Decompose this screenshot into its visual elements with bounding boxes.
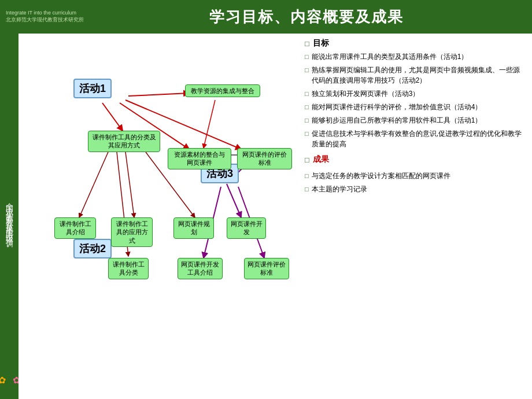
main-layout: 全国中小学教师教育技术能力中级培训 ✿ ✿ <box>0 34 532 399</box>
svg-line-10 <box>227 184 241 217</box>
logo: Integrate IT into the curriculum 北京师范大学现… <box>6 10 87 23</box>
logo-line1: Integrate IT into the curriculum <box>6 10 76 17</box>
objectives-title: 目标 <box>305 38 526 49</box>
objective-item-3: 独立策划和开发网页课件（活动3） <box>305 88 526 99</box>
node-wangye-guihua: 网页课件规划 <box>173 217 214 239</box>
node-jiaoxue-ziyuan: 教学资源的集成与整合 <box>185 84 260 97</box>
node-wangye-kaifa-jieshao: 网页课件开发工具介绍 <box>178 258 223 279</box>
result-item-1: 与选定任务的教学设计方案相匹配的网页课件 <box>305 171 526 181</box>
svg-line-0 <box>128 93 189 96</box>
activity-2-label: 活动2 <box>73 239 112 258</box>
page-title: 学习目标、内容概要及成果 <box>87 7 526 27</box>
objective-item-2: 熟练掌握网页编辑工具的使用，尤其是网页中音频视频集成、一些源代码的直接调用等常用… <box>305 65 526 86</box>
text-area: 目标 能说出常用课件工具的类型及其适用条件（活动1） 熟练掌握网页编辑工具的使用… <box>302 34 532 399</box>
content-area: 活动1 活动2 活动3 教学资源的集成与整合 课件制作工具的分类及其应用方式 资… <box>19 34 532 399</box>
svg-line-13 <box>204 100 215 148</box>
sidebar-label: 全国中小学教师教育技术能力中级培训 <box>4 197 14 236</box>
objective-item-5: 能够初步运用自己所教学科的常用软件和工具（活动1） <box>305 115 526 125</box>
header: Integrate IT into the curriculum 北京师范大学现… <box>0 0 532 34</box>
node-kejian-yingyong: 课件制作工具的应用方式 <box>111 217 153 247</box>
svg-line-1 <box>102 103 123 131</box>
objective-item-6: 促进信息技术与学科教学有效整合的意识,促进教学过程的优化和教学质量的提高 <box>305 128 526 149</box>
node-wangye-kaifa: 网页课件开发 <box>227 217 266 239</box>
node-kejian-fenlei: 课件制作工具的分类及其应用方式 <box>88 131 160 152</box>
result-item-2: 本主题的学习记录 <box>305 184 526 194</box>
sidebar: 全国中小学教师教育技术能力中级培训 ✿ ✿ <box>0 34 19 399</box>
svg-line-4 <box>79 152 108 217</box>
node-ziyuan-sucai: 资源素材的整合与网页课件 <box>168 148 231 169</box>
node-wangye-pingjia: 网页课件评价标准 <box>244 258 289 279</box>
objective-item-1: 能说出常用课件工具的类型及其适用条件（活动1） <box>305 51 526 62</box>
node-kejian-gongju-fenlei: 课件制作工具分类 <box>108 258 149 279</box>
arrows-svg <box>19 34 302 357</box>
node-wangye-pingjia-biaozhun: 网页课件的评价标准 <box>237 148 292 169</box>
node-kejian-jieshao: 课件制作工具介绍 <box>54 217 96 239</box>
objective-item-4: 能对网页课件进行科学的评价，增加价值意识（活动4） <box>305 102 526 112</box>
logo-line2: 北京师范大学现代教育技术研究所 <box>6 17 84 24</box>
sidebar-text: 全国中小学教师教育技术能力中级培训 <box>4 197 14 236</box>
result-title: 成果 <box>313 154 329 165</box>
flower-icon-2: ✿ <box>0 375 8 387</box>
diagram-area: 活动1 活动2 活动3 教学资源的集成与整合 课件制作工具的分类及其应用方式 资… <box>19 34 302 399</box>
svg-line-5 <box>125 152 134 217</box>
activity-1-label: 活动1 <box>73 79 112 98</box>
